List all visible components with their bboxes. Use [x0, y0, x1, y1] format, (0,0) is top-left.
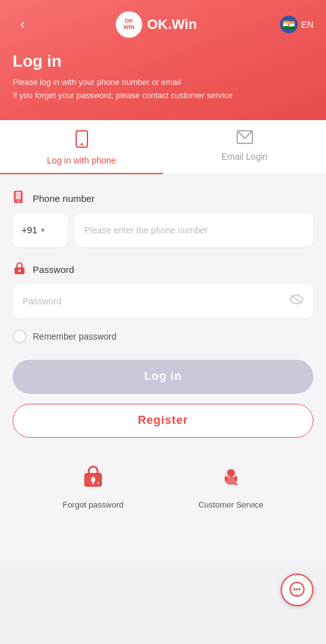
country-code-value: +91: [21, 225, 37, 235]
country-code-selector[interactable]: +91 ▾: [13, 213, 68, 247]
phone-input[interactable]: [74, 213, 313, 247]
forgot-password-label: Forgot password: [62, 500, 123, 509]
register-button[interactable]: Register: [13, 404, 313, 438]
svg-text:9: 9: [91, 476, 95, 483]
svg-point-7: [18, 269, 21, 272]
svg-point-22: [296, 588, 298, 591]
subtitle-line2: If you forget your password, please cont…: [13, 89, 313, 103]
svg-point-5: [18, 200, 19, 201]
svg-point-21: [293, 588, 296, 591]
tab-email[interactable]: Email Login: [163, 120, 326, 174]
header: ‹ OKWIN OK.Win 🇮🇳 EN Log in Please log i…: [0, 0, 326, 120]
customer-service-link[interactable]: Customer Service: [198, 464, 263, 509]
logo-icon: OKWIN: [116, 11, 142, 38]
phone-icon: [13, 190, 26, 207]
page-title: Log in: [13, 52, 313, 71]
password-input-wrapper: [13, 284, 313, 318]
svg-point-16: [227, 469, 235, 477]
svg-point-1: [81, 143, 83, 145]
phone-input-wrapper: [74, 213, 313, 247]
remember-label: Remember password: [33, 331, 116, 341]
chat-float-button[interactable]: [281, 574, 313, 606]
logo-text: OK.Win: [147, 16, 197, 33]
subtitle-line1: Please log in with your phone number or …: [13, 76, 313, 89]
language-button[interactable]: 🇮🇳 EN: [280, 16, 313, 33]
password-field-label: Password: [13, 261, 313, 278]
svg-rect-18: [225, 476, 227, 481]
phone-tab-icon: [76, 130, 88, 152]
back-button[interactable]: ‹: [13, 14, 33, 35]
tab-phone[interactable]: Log in with phone: [0, 120, 163, 174]
remember-row: Remember password: [13, 330, 313, 343]
email-tab-icon: [237, 130, 253, 148]
tab-email-label: Email Login: [222, 152, 267, 162]
password-input[interactable]: [23, 296, 289, 306]
header-subtitle: Please log in with your phone number or …: [13, 76, 313, 103]
login-button[interactable]: Log in: [13, 360, 313, 394]
lang-label: EN: [301, 19, 313, 30]
phone-label-text: Phone number: [33, 193, 94, 204]
chevron-down-icon: ▾: [41, 226, 45, 235]
svg-rect-4: [16, 192, 21, 199]
main-content: Log in with phone Email Login Pho: [0, 120, 326, 560]
svg-point-13: [98, 482, 99, 483]
phone-input-row: +91 ▾: [13, 213, 313, 247]
logo-area: OKWIN OK.Win: [116, 11, 197, 38]
svg-point-23: [298, 588, 301, 591]
password-label-text: Password: [33, 264, 74, 275]
eye-icon[interactable]: [289, 294, 303, 308]
remember-checkbox[interactable]: [13, 330, 26, 343]
customer-service-icon: [218, 464, 244, 495]
lock-icon: [13, 261, 26, 278]
login-tabs: Log in with phone Email Login: [0, 120, 326, 175]
customer-service-label: Customer Service: [198, 500, 263, 509]
bottom-links: 9 Forgot password: [13, 458, 313, 516]
forgot-password-icon: 9: [81, 464, 106, 495]
phone-field-label: Phone number: [13, 190, 313, 207]
header-top: ‹ OKWIN OK.Win 🇮🇳 EN: [13, 11, 313, 38]
forgot-password-link[interactable]: 9 Forgot password: [62, 464, 123, 509]
tab-phone-label: Log in with phone: [47, 155, 116, 165]
flag-icon: 🇮🇳: [280, 16, 298, 33]
form-area: Phone number +91 ▾ Password: [0, 175, 326, 531]
svg-rect-19: [235, 476, 237, 481]
